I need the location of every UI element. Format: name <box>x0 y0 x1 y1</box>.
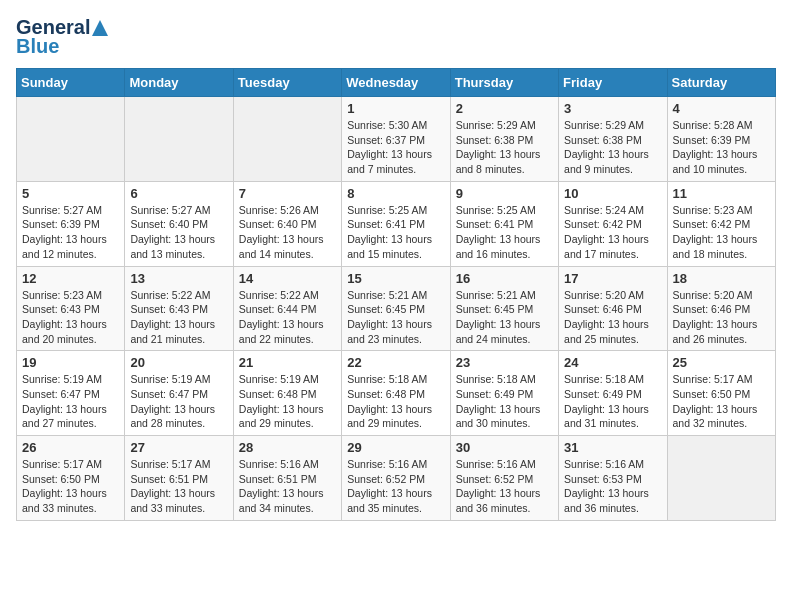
day-number: 23 <box>456 355 553 370</box>
calendar-cell: 1Sunrise: 5:30 AMSunset: 6:37 PMDaylight… <box>342 97 450 182</box>
day-info: Sunrise: 5:21 AMSunset: 6:45 PMDaylight:… <box>456 288 553 347</box>
day-info: Sunrise: 5:25 AMSunset: 6:41 PMDaylight:… <box>456 203 553 262</box>
calendar-cell: 21Sunrise: 5:19 AMSunset: 6:48 PMDayligh… <box>233 351 341 436</box>
day-info: Sunrise: 5:16 AMSunset: 6:52 PMDaylight:… <box>347 457 444 516</box>
calendar-table: SundayMondayTuesdayWednesdayThursdayFrid… <box>16 68 776 521</box>
day-number: 21 <box>239 355 336 370</box>
day-number: 9 <box>456 186 553 201</box>
day-info: Sunrise: 5:23 AMSunset: 6:43 PMDaylight:… <box>22 288 119 347</box>
calendar-cell: 8Sunrise: 5:25 AMSunset: 6:41 PMDaylight… <box>342 181 450 266</box>
calendar-body: 1Sunrise: 5:30 AMSunset: 6:37 PMDaylight… <box>17 97 776 521</box>
day-info: Sunrise: 5:16 AMSunset: 6:53 PMDaylight:… <box>564 457 661 516</box>
calendar-cell: 5Sunrise: 5:27 AMSunset: 6:39 PMDaylight… <box>17 181 125 266</box>
day-info: Sunrise: 5:17 AMSunset: 6:50 PMDaylight:… <box>673 372 770 431</box>
calendar-cell: 18Sunrise: 5:20 AMSunset: 6:46 PMDayligh… <box>667 266 775 351</box>
day-info: Sunrise: 5:27 AMSunset: 6:40 PMDaylight:… <box>130 203 227 262</box>
day-info: Sunrise: 5:18 AMSunset: 6:48 PMDaylight:… <box>347 372 444 431</box>
day-info: Sunrise: 5:24 AMSunset: 6:42 PMDaylight:… <box>564 203 661 262</box>
calendar-cell: 26Sunrise: 5:17 AMSunset: 6:50 PMDayligh… <box>17 436 125 521</box>
day-number: 28 <box>239 440 336 455</box>
calendar-cell <box>125 97 233 182</box>
day-info: Sunrise: 5:17 AMSunset: 6:51 PMDaylight:… <box>130 457 227 516</box>
day-info: Sunrise: 5:30 AMSunset: 6:37 PMDaylight:… <box>347 118 444 177</box>
day-info: Sunrise: 5:21 AMSunset: 6:45 PMDaylight:… <box>347 288 444 347</box>
day-number: 8 <box>347 186 444 201</box>
day-number: 1 <box>347 101 444 116</box>
weekday-header-cell: Friday <box>559 69 667 97</box>
calendar-cell: 20Sunrise: 5:19 AMSunset: 6:47 PMDayligh… <box>125 351 233 436</box>
weekday-header-cell: Saturday <box>667 69 775 97</box>
day-info: Sunrise: 5:18 AMSunset: 6:49 PMDaylight:… <box>564 372 661 431</box>
day-number: 30 <box>456 440 553 455</box>
calendar-cell: 19Sunrise: 5:19 AMSunset: 6:47 PMDayligh… <box>17 351 125 436</box>
day-number: 11 <box>673 186 770 201</box>
day-info: Sunrise: 5:16 AMSunset: 6:52 PMDaylight:… <box>456 457 553 516</box>
day-info: Sunrise: 5:25 AMSunset: 6:41 PMDaylight:… <box>347 203 444 262</box>
logo-blue: Blue <box>16 35 59 58</box>
day-info: Sunrise: 5:19 AMSunset: 6:48 PMDaylight:… <box>239 372 336 431</box>
day-number: 16 <box>456 271 553 286</box>
day-info: Sunrise: 5:29 AMSunset: 6:38 PMDaylight:… <box>456 118 553 177</box>
day-number: 6 <box>130 186 227 201</box>
calendar-cell: 2Sunrise: 5:29 AMSunset: 6:38 PMDaylight… <box>450 97 558 182</box>
calendar-cell: 30Sunrise: 5:16 AMSunset: 6:52 PMDayligh… <box>450 436 558 521</box>
calendar-cell <box>17 97 125 182</box>
day-number: 2 <box>456 101 553 116</box>
day-number: 20 <box>130 355 227 370</box>
day-info: Sunrise: 5:19 AMSunset: 6:47 PMDaylight:… <box>130 372 227 431</box>
svg-marker-0 <box>92 20 108 36</box>
calendar-week-row: 26Sunrise: 5:17 AMSunset: 6:50 PMDayligh… <box>17 436 776 521</box>
calendar-cell: 15Sunrise: 5:21 AMSunset: 6:45 PMDayligh… <box>342 266 450 351</box>
day-number: 7 <box>239 186 336 201</box>
weekday-header-row: SundayMondayTuesdayWednesdayThursdayFrid… <box>17 69 776 97</box>
day-number: 14 <box>239 271 336 286</box>
calendar-cell: 25Sunrise: 5:17 AMSunset: 6:50 PMDayligh… <box>667 351 775 436</box>
calendar-cell: 28Sunrise: 5:16 AMSunset: 6:51 PMDayligh… <box>233 436 341 521</box>
weekday-header-cell: Monday <box>125 69 233 97</box>
calendar-cell <box>667 436 775 521</box>
calendar-cell: 4Sunrise: 5:28 AMSunset: 6:39 PMDaylight… <box>667 97 775 182</box>
day-info: Sunrise: 5:18 AMSunset: 6:49 PMDaylight:… <box>456 372 553 431</box>
calendar-cell <box>233 97 341 182</box>
day-number: 18 <box>673 271 770 286</box>
day-number: 19 <box>22 355 119 370</box>
weekday-header-cell: Sunday <box>17 69 125 97</box>
calendar-cell: 12Sunrise: 5:23 AMSunset: 6:43 PMDayligh… <box>17 266 125 351</box>
calendar-cell: 3Sunrise: 5:29 AMSunset: 6:38 PMDaylight… <box>559 97 667 182</box>
day-number: 26 <box>22 440 119 455</box>
day-number: 5 <box>22 186 119 201</box>
calendar-cell: 27Sunrise: 5:17 AMSunset: 6:51 PMDayligh… <box>125 436 233 521</box>
day-info: Sunrise: 5:22 AMSunset: 6:44 PMDaylight:… <box>239 288 336 347</box>
day-info: Sunrise: 5:19 AMSunset: 6:47 PMDaylight:… <box>22 372 119 431</box>
calendar-cell: 9Sunrise: 5:25 AMSunset: 6:41 PMDaylight… <box>450 181 558 266</box>
day-info: Sunrise: 5:22 AMSunset: 6:43 PMDaylight:… <box>130 288 227 347</box>
page-header: General Blue <box>16 16 776 58</box>
calendar-cell: 29Sunrise: 5:16 AMSunset: 6:52 PMDayligh… <box>342 436 450 521</box>
day-number: 12 <box>22 271 119 286</box>
calendar-cell: 31Sunrise: 5:16 AMSunset: 6:53 PMDayligh… <box>559 436 667 521</box>
logo: General Blue <box>16 16 110 58</box>
day-info: Sunrise: 5:27 AMSunset: 6:39 PMDaylight:… <box>22 203 119 262</box>
calendar-cell: 16Sunrise: 5:21 AMSunset: 6:45 PMDayligh… <box>450 266 558 351</box>
day-number: 29 <box>347 440 444 455</box>
day-number: 27 <box>130 440 227 455</box>
day-info: Sunrise: 5:20 AMSunset: 6:46 PMDaylight:… <box>673 288 770 347</box>
day-number: 15 <box>347 271 444 286</box>
day-info: Sunrise: 5:20 AMSunset: 6:46 PMDaylight:… <box>564 288 661 347</box>
day-info: Sunrise: 5:26 AMSunset: 6:40 PMDaylight:… <box>239 203 336 262</box>
calendar-week-row: 19Sunrise: 5:19 AMSunset: 6:47 PMDayligh… <box>17 351 776 436</box>
calendar-cell: 22Sunrise: 5:18 AMSunset: 6:48 PMDayligh… <box>342 351 450 436</box>
day-number: 22 <box>347 355 444 370</box>
day-number: 4 <box>673 101 770 116</box>
calendar-cell: 23Sunrise: 5:18 AMSunset: 6:49 PMDayligh… <box>450 351 558 436</box>
day-number: 17 <box>564 271 661 286</box>
logo-triangle-icon <box>91 19 109 37</box>
day-number: 10 <box>564 186 661 201</box>
weekday-header-cell: Thursday <box>450 69 558 97</box>
calendar-cell: 6Sunrise: 5:27 AMSunset: 6:40 PMDaylight… <box>125 181 233 266</box>
calendar-cell: 13Sunrise: 5:22 AMSunset: 6:43 PMDayligh… <box>125 266 233 351</box>
day-number: 13 <box>130 271 227 286</box>
calendar-week-row: 1Sunrise: 5:30 AMSunset: 6:37 PMDaylight… <box>17 97 776 182</box>
calendar-cell: 7Sunrise: 5:26 AMSunset: 6:40 PMDaylight… <box>233 181 341 266</box>
day-info: Sunrise: 5:29 AMSunset: 6:38 PMDaylight:… <box>564 118 661 177</box>
